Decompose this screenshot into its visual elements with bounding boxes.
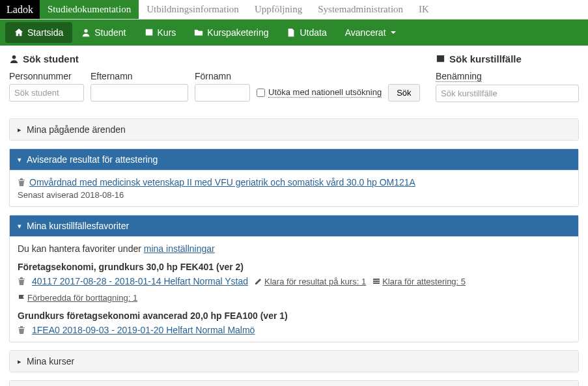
nav-label: Startsida [27, 27, 63, 38]
meta-text: Förberedda för borttagning: 1 [27, 293, 137, 303]
tab-uppfoljning[interactable]: Uppföljning [247, 0, 310, 19]
panel-head-pagaende[interactable]: ▸ Mina pågående ärenden [10, 119, 578, 140]
nav-label: Kurs [158, 27, 176, 38]
panel-head-aviserade[interactable]: ▾ Aviserade resultat för attestering [10, 149, 578, 170]
meta-text: Klara för resultat på kurs: 1 [264, 277, 366, 286]
efternamn-label: Efternamn [91, 71, 188, 81]
nav-utdata[interactable]: Utdata [277, 22, 335, 43]
folder-icon [194, 28, 203, 37]
trash-icon[interactable] [18, 277, 25, 286]
panel-attesteringar: ▸ Attesteringar [9, 380, 579, 386]
caret-down-icon: ▾ [18, 156, 21, 164]
top-tabs: Studiedokumentation Utbildningsinformati… [40, 0, 437, 19]
tab-systemadministration[interactable]: Systemadministration [310, 0, 411, 19]
favoriter-intro: Du kan hantera favoriter under [18, 243, 144, 254]
personnummer-label: Personnummer [9, 71, 84, 81]
nav-student[interactable]: Student [72, 22, 135, 43]
user-icon [9, 54, 19, 64]
heading-text: Sök student [23, 53, 79, 64]
panel-title: Aviserade resultat för attestering [27, 154, 158, 165]
nav-startsida[interactable]: Startsida [5, 22, 72, 43]
trash-icon[interactable] [18, 178, 25, 187]
tab-studiedokumentation[interactable]: Studiedokumentation [40, 0, 139, 19]
panel-favoriter: ▾ Mina kurstillfällesfavoriter Du kan ha… [9, 215, 579, 342]
nav-kurs[interactable]: Kurs [135, 22, 186, 43]
panel-title: Mina kurser [27, 356, 74, 366]
trash-icon[interactable] [18, 325, 25, 335]
svg-point-1 [12, 55, 16, 59]
personnummer-input[interactable] [9, 84, 84, 102]
fav1-title: Företagsekonomi, grundkurs 30,0 hp FEK40… [18, 262, 570, 272]
nav-label: Student [94, 27, 126, 38]
tab-utbildningsinformation[interactable]: Utbildningsinformation [139, 0, 247, 19]
home-icon [14, 28, 23, 37]
benamning-label: Benämning [436, 71, 482, 82]
search-kurs-heading: Sök kurstillfälle [436, 53, 579, 64]
caret-right-icon: ▸ [18, 126, 21, 134]
panel-aviserade: ▾ Aviserade resultat för attestering Omv… [9, 148, 579, 207]
utoka-checkbox[interactable] [257, 89, 265, 97]
chevron-down-icon [390, 29, 397, 36]
logo: Ladok [0, 0, 40, 19]
list-icon [372, 277, 380, 285]
nav-bar: Startsida Student Kurs Kurspaketering Ut… [0, 20, 588, 46]
mina-installningar-link[interactable]: mina inställningar [144, 243, 215, 254]
nav-avancerat[interactable]: Avancerat [336, 22, 406, 43]
tab-ik[interactable]: IK [411, 0, 437, 19]
pencil-icon [255, 277, 262, 285]
klara-resultat-link[interactable]: Klara för resultat på kurs: 1 [255, 277, 366, 286]
fav2-link[interactable]: 1FEA0 2018-09-03 - 2019-01-20 Helfart No… [32, 325, 255, 335]
caret-down-icon: ▾ [18, 222, 21, 230]
heading-text: Sök kurstillfälle [449, 53, 522, 64]
klara-attestering-link[interactable]: Klara för attestering: 5 [372, 277, 466, 286]
benamning-input[interactable] [436, 85, 579, 102]
panel-title: Mina pågående ärenden [27, 124, 126, 135]
aviserad-link[interactable]: Omvårdnad med medicinsk vetenskap II med… [29, 177, 415, 187]
flag-icon [18, 294, 25, 302]
svg-point-0 [85, 29, 88, 33]
senast-aviserad: Senast aviserad 2018-08-16 [18, 190, 570, 200]
nav-label: Utdata [300, 27, 326, 38]
caret-right-icon: ▸ [18, 357, 21, 366]
panel-head-mina-kurser[interactable]: ▸ Mina kurser [10, 351, 578, 372]
sok-button[interactable]: Sök [388, 84, 419, 102]
fornamn-label: Förnamn [195, 71, 250, 81]
efternamn-input[interactable] [91, 84, 188, 102]
panel-title: Mina kurstillfällesfavoriter [27, 221, 129, 231]
nav-label: Avancerat [345, 27, 386, 38]
meta-text: Klara för attestering: 5 [382, 277, 466, 286]
search-student-heading: Sök student [9, 53, 423, 64]
panel-head-attesteringar[interactable]: ▸ Attesteringar [10, 381, 578, 386]
user-icon [81, 28, 91, 37]
panel-pagaende: ▸ Mina pågående ärenden [9, 118, 579, 141]
forberedda-link[interactable]: Förberedda för borttagning: 1 [18, 293, 137, 303]
fav1-link[interactable]: 40117 2017-08-28 - 2018-01-14 Helfart No… [32, 276, 248, 286]
file-icon [287, 28, 296, 37]
utoka-label: Utöka med nationell utsökning [268, 87, 382, 98]
nav-label: Kurspaketering [207, 27, 268, 38]
nav-kurspaketering[interactable]: Kurspaketering [185, 22, 277, 43]
book-icon [436, 54, 445, 64]
book-icon [145, 28, 154, 37]
panel-head-favoriter[interactable]: ▾ Mina kurstillfällesfavoriter [10, 215, 578, 236]
fornamn-input[interactable] [195, 84, 250, 102]
fav2-title: Grundkurs företagsekonomi avancerad 20,0… [18, 310, 570, 321]
panel-mina-kurser: ▸ Mina kurser [9, 350, 579, 372]
